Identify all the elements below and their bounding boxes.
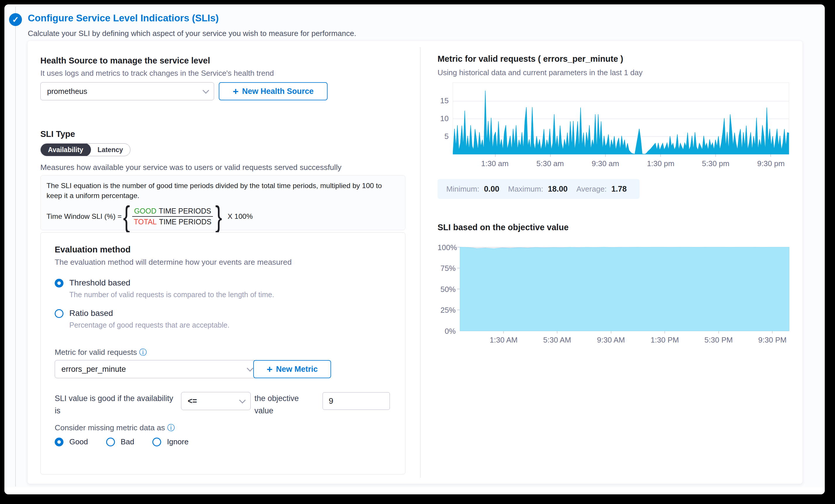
- y-tick: 50%: [437, 285, 456, 294]
- page-subtitle: Calculate your SLI by defining which asp…: [28, 29, 356, 38]
- sli-objective-chart: 100% 75% 50% 25% 0% 1:30 AM 5:30 AM 9:30…: [437, 247, 789, 349]
- sli-chart-plot-area: [460, 247, 789, 331]
- missing-ignore-label: Ignore: [167, 437, 189, 446]
- sli-chart-title: SLI based on the objective value: [437, 223, 569, 232]
- comparator-select[interactable]: <=: [181, 392, 251, 410]
- missing-ignore-radio[interactable]: [152, 438, 161, 446]
- x-tick: 5:30 pm: [702, 159, 729, 168]
- chevron-down-icon: [203, 87, 209, 94]
- x-tick: 9:30 AM: [597, 336, 625, 345]
- sli-config-card: Health Source to manage the service leve…: [27, 40, 803, 484]
- metric-chart-subtitle: Using historical data and current parame…: [437, 68, 643, 77]
- ratio-based-description: Percentage of good requests that are acc…: [69, 321, 229, 329]
- missing-bad-radio[interactable]: [106, 438, 115, 446]
- threshold-based-description: The number of valid requests is compared…: [69, 290, 274, 299]
- metric-dropdown-value: errors_per_minute: [61, 365, 126, 374]
- ratio-based-label: Ratio based: [69, 308, 113, 318]
- comparator-value: <=: [188, 397, 197, 406]
- evaluation-method-description: The evaluation method will determine how…: [55, 258, 291, 267]
- y-tick: 0%: [437, 327, 456, 336]
- metric-valid-requests-label: Metric for valid requests ⓘ: [55, 347, 147, 358]
- chevron-down-icon: [247, 365, 253, 372]
- missing-bad-label: Bad: [121, 437, 134, 446]
- app-screen: ✓ Configure Service Level Indicatiors (S…: [4, 4, 825, 495]
- health-source-dropdown[interactable]: prometheus: [40, 82, 214, 100]
- sli-type-toggle: Availability Latency: [40, 143, 130, 156]
- total-term-rest: TIME PERIODS: [159, 218, 211, 226]
- minimum-value: 0.00: [484, 185, 500, 194]
- health-source-dropdown-value: prometheus: [47, 87, 87, 96]
- evaluation-method-card: Evaluation method The evaluation method …: [40, 232, 405, 475]
- good-term-rest: TIME PERIODS: [159, 207, 211, 215]
- x-tick: 9:30 PM: [758, 336, 787, 345]
- x-tick: 5:30 am: [536, 159, 564, 168]
- y-tick: 15: [437, 96, 449, 105]
- threshold-based-radio[interactable]: [55, 279, 63, 287]
- sli-equation-text: The SLI equation is the number of good t…: [46, 181, 399, 201]
- objective-sentence-after: the objective value: [254, 392, 319, 417]
- x-tick: 1:30 am: [481, 159, 509, 168]
- metric-stats-strip: Minimum: 0.00 Maximum: 18.00 Average: 1.…: [437, 179, 639, 199]
- health-source-label: Health Source to manage the service leve…: [40, 56, 210, 65]
- average-value: 1.78: [611, 185, 627, 194]
- missing-good-label: Good: [69, 437, 88, 446]
- metric-valid-requests-label-text: Metric for valid requests: [55, 348, 137, 357]
- new-metric-button-label: New Metric: [276, 365, 318, 374]
- missing-data-label: Consider missing metric data as ⓘ: [55, 423, 175, 433]
- y-tick: 100%: [437, 243, 456, 252]
- y-tick: 10: [437, 114, 449, 123]
- objective-value-input[interactable]: [323, 392, 390, 410]
- minimum-label: Minimum:: [446, 185, 480, 194]
- missing-good-radio[interactable]: [55, 438, 63, 446]
- x-tick: 5:30 AM: [543, 336, 571, 345]
- average-label: Average:: [576, 185, 607, 194]
- threshold-based-label: Threshold based: [69, 278, 130, 287]
- sli-type-label: SLI Type: [40, 129, 75, 139]
- missing-data-label-text: Consider missing metric data as: [55, 423, 165, 432]
- maximum-label: Maximum:: [508, 185, 543, 194]
- metric-chart-plot-area: [453, 82, 789, 155]
- check-icon: ✓: [12, 15, 19, 24]
- info-icon[interactable]: ⓘ: [139, 348, 147, 357]
- y-tick: 75%: [437, 264, 456, 273]
- column-divider: [420, 47, 421, 478]
- ratio-based-radio[interactable]: [55, 309, 63, 318]
- equation-prefix: Time Window SLI (%) =: [46, 213, 122, 221]
- tab-latency[interactable]: Latency: [91, 143, 130, 156]
- step-complete-check-icon: ✓: [9, 13, 22, 26]
- plus-icon: +: [267, 364, 272, 374]
- equation-fraction: GOOD TIME PERIODS TOTAL TIME PERIODS: [132, 206, 213, 227]
- x-tick: 5:30 PM: [705, 336, 733, 345]
- new-metric-button[interactable]: + New Metric: [253, 360, 331, 378]
- good-term: GOOD: [134, 207, 156, 215]
- plus-icon: +: [233, 86, 239, 96]
- health-source-description: It uses logs and metrics to track change…: [40, 69, 274, 78]
- missing-data-options: Good Bad Ignore: [55, 437, 189, 446]
- objective-sentence-before: SLI value is good if the availability is: [55, 392, 175, 417]
- metric-chart-title: Metric for valid requests ( errors_per_m…: [437, 54, 623, 64]
- y-tick: 25%: [437, 306, 456, 315]
- evaluation-method-title: Evaluation method: [55, 245, 130, 255]
- maximum-value: 18.00: [548, 185, 568, 194]
- tab-availability[interactable]: Availability: [40, 143, 91, 156]
- metric-preview-chart: 15 10 5 1:30 am 5:30 am 9:30 am 1:30 pm …: [437, 82, 789, 170]
- x-tick: 9:30 am: [592, 159, 619, 168]
- sli-equation-formula: Time Window SLI (%) = { GOOD TIME PERIOD…: [46, 204, 253, 229]
- chevron-down-icon: [239, 397, 246, 404]
- info-icon[interactable]: ⓘ: [167, 423, 175, 432]
- new-health-source-button[interactable]: + New Health Source: [219, 82, 328, 100]
- new-health-source-button-label: New Health Source: [242, 87, 314, 96]
- x-tick: 1:30 pm: [647, 159, 674, 168]
- x-tick: 9:30 pm: [757, 159, 785, 168]
- bottom-strip: [4, 487, 825, 495]
- metric-dropdown[interactable]: errors_per_minute: [55, 360, 258, 378]
- sli-equation-box: The SLI equation is the number of good t…: [40, 175, 405, 230]
- x-tick: 1:30 PM: [651, 336, 679, 345]
- stepper-connector-line: [15, 7, 16, 486]
- y-tick: 5: [437, 132, 449, 141]
- page-title: Configure Service Level Indicatiors (SLI…: [28, 13, 219, 24]
- sli-type-description: Measures how available your service was …: [40, 163, 342, 172]
- equation-suffix: X 100%: [227, 213, 253, 221]
- total-term: TOTAL: [134, 218, 157, 226]
- x-tick: 1:30 AM: [490, 336, 517, 345]
